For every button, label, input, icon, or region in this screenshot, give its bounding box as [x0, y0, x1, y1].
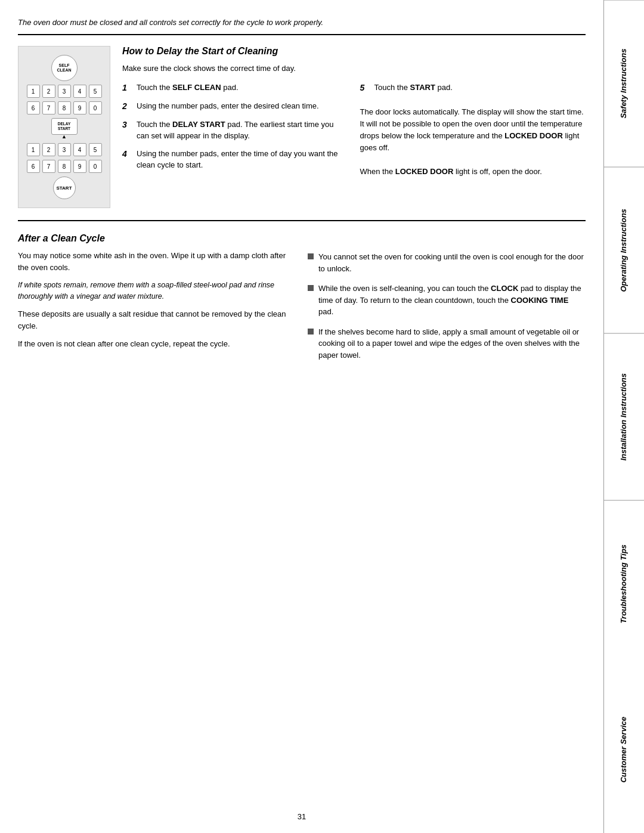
section1-title: How to Delay the Start of Cleaning	[122, 46, 586, 57]
key-3: 3	[58, 85, 71, 98]
key-9b: 9	[73, 160, 86, 173]
step-2: 2 Using the number pads, enter the desir…	[122, 100, 348, 113]
keypad-row2: 6 7 8 9 0	[27, 101, 102, 114]
after-para1: You may notice some white ash in the ove…	[18, 250, 296, 274]
key-2b: 2	[42, 143, 55, 156]
tab-safety[interactable]: Safety Instructions	[604, 0, 644, 167]
tab-operating[interactable]: Operating Instructions	[604, 167, 644, 334]
section-after-clean: After a Clean Cycle You may notice some …	[18, 233, 586, 361]
step-5: 5 Touch the START pad.	[360, 82, 586, 94]
after-para-italic: If white spots remain, remove them with …	[18, 280, 296, 302]
key-1: 1	[27, 85, 40, 98]
keypad-row3: 1 2 3 4 5	[27, 143, 102, 156]
key-5: 5	[89, 85, 102, 98]
start-button: START	[53, 176, 76, 199]
steps-right: 5 Touch the START pad. The door locks au…	[360, 82, 586, 184]
bullet-icon-2	[308, 285, 314, 291]
section-delay-start: SELF CLEAN 1 2 3 4 5 6 7 8 9 0	[18, 46, 586, 221]
step-4: 4 Using the number pads, enter the time …	[122, 148, 348, 171]
top-note: The oven door must be closed and all con…	[18, 18, 586, 35]
key-6b: 6	[27, 160, 40, 173]
bullet-icon-3	[308, 329, 314, 335]
right-para2: When the LOCKED DOOR light is off, open …	[360, 166, 586, 178]
key-4: 4	[73, 85, 86, 98]
key-9: 9	[73, 101, 86, 114]
key-1b: 1	[27, 143, 40, 156]
bullet-3: If the shelves become hard to slide, app…	[308, 326, 586, 361]
section2-title: After a Clean Cycle	[18, 233, 296, 244]
keypad-diagram: SELF CLEAN 1 2 3 4 5 6 7 8 9 0	[18, 46, 110, 208]
bullet-1: You cannot set the oven for cooking unti…	[308, 251, 586, 274]
right-para1: The door locks automatically. The displa…	[360, 106, 586, 154]
tab-troubleshooting[interactable]: Troubleshooting Tips	[604, 500, 644, 667]
step-3: 3 Touch the DELAY START pad. The earlies…	[122, 119, 348, 142]
key-7: 7	[42, 101, 55, 114]
key-5b: 5	[89, 143, 102, 156]
key-4b: 4	[73, 143, 86, 156]
keypad-row1: 1 2 3 4 5	[27, 85, 102, 98]
self-clean-button: SELF CLEAN	[51, 55, 78, 81]
key-3b: 3	[58, 143, 71, 156]
section1-intro: Make sure the clock shows the correct ti…	[122, 63, 586, 75]
after-para4: If the oven is not clean after one clean…	[18, 338, 296, 350]
tab-installation[interactable]: Installation Instructions	[604, 333, 644, 500]
after-para3: These deposits are usually a salt residu…	[18, 308, 296, 332]
page-number: 31	[298, 812, 306, 821]
key-8b: 8	[58, 160, 71, 173]
bullets-right: You cannot set the oven for cooking unti…	[308, 233, 586, 361]
key-2: 2	[42, 85, 55, 98]
bullet-2: While the oven is self-cleaning, you can…	[308, 283, 586, 318]
steps-grid: 1 Touch the SELF CLEAN pad. 2 Using the …	[122, 82, 586, 184]
side-navigation: Safety Instructions Operating Instructio…	[603, 0, 644, 833]
keypad-row4: 6 7 8 9 0	[27, 160, 102, 173]
after-clean-left: After a Clean Cycle You may notice some …	[18, 233, 296, 361]
steps-left: 1 Touch the SELF CLEAN pad. 2 Using the …	[122, 82, 348, 184]
key-6: 6	[27, 101, 40, 114]
instructions-column: How to Delay the Start of Cleaning Make …	[122, 46, 586, 208]
key-0: 0	[89, 101, 102, 114]
key-0b: 0	[89, 160, 102, 173]
bullet-icon-1	[308, 253, 314, 259]
key-8: 8	[58, 101, 71, 114]
key-7b: 7	[42, 160, 55, 173]
step-1: 1 Touch the SELF CLEAN pad.	[122, 82, 348, 94]
tab-customer-service[interactable]: Customer Service	[604, 667, 644, 833]
delay-start-button: DELAY START	[51, 118, 78, 135]
